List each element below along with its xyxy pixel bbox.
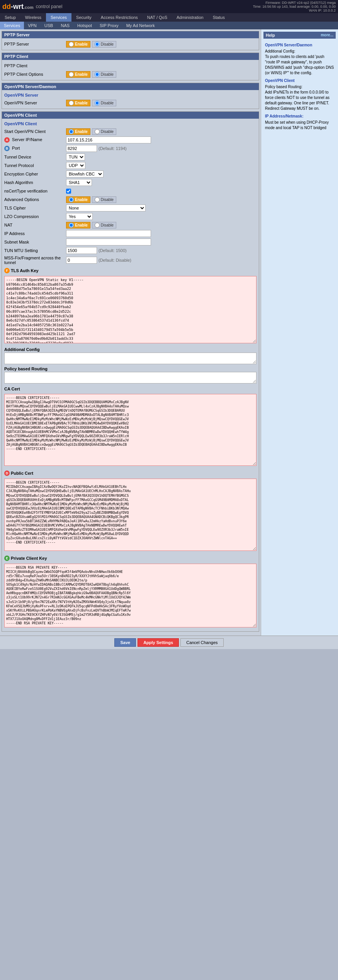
help-more-link[interactable]: more... xyxy=(321,33,333,37)
openvpn-daemon-body: OpenVPN Server OpenVPN Server Enable Dis… xyxy=(2,90,259,109)
lzo-compression-select[interactable]: Yes No Adaptive xyxy=(66,213,93,220)
pptp-server-header: PPTP Server xyxy=(2,31,259,38)
server-ip-row: A Server IP/Name xyxy=(4,136,256,144)
openvpn-daemon-section: OpenVPN Server/Daemon OpenVPN Server Ope… xyxy=(2,83,259,109)
nat-row: NAT Enable Disable xyxy=(4,221,256,229)
policy-routing-textarea[interactable] xyxy=(4,372,256,383)
public-cert-textarea[interactable] xyxy=(4,479,256,551)
nscerttype-checkbox[interactable] xyxy=(66,189,71,194)
pptp-server-disable-input[interactable] xyxy=(95,42,100,47)
nav-nat-qos[interactable]: NAT / QoS xyxy=(143,13,172,22)
tls-auth-key-textarea[interactable] xyxy=(4,276,256,343)
advanced-enable-radio[interactable]: Enable xyxy=(66,196,90,203)
pptp-client-enable-radio[interactable]: Enable xyxy=(66,71,90,78)
start-openvpn-enable-radio[interactable]: Enable xyxy=(66,128,90,135)
openvpn-server-enable-input[interactable] xyxy=(69,101,74,106)
ca-cert-textarea[interactable] xyxy=(4,394,256,466)
subnav-nas[interactable]: NAS xyxy=(57,22,73,29)
logo: dd-wrt.com xyxy=(2,3,34,11)
openvpn-daemon-subsection-link[interactable]: OpenVPN Server xyxy=(4,92,256,99)
tun-mtu-input[interactable] xyxy=(66,247,97,254)
mss-fix-label: MSS-Fix/Fragment across the tunnel xyxy=(4,256,66,265)
nat-disable-radio[interactable]: Disable xyxy=(92,222,116,228)
advanced-disable-radio[interactable]: Disable xyxy=(92,196,116,203)
tls-cipher-select[interactable]: None TLS-RSA-WITH-AES-128-CBC-SHA xyxy=(66,205,146,211)
pptp-server-label: PPTP Server xyxy=(4,42,66,46)
save-button[interactable]: Save xyxy=(114,638,136,647)
start-openvpn-disable-radio[interactable]: Disable xyxy=(92,128,116,135)
subnav-my-ad-network[interactable]: My Ad Network xyxy=(122,22,159,29)
hash-algorithm-select[interactable]: SHA1 MD5 SHA256 xyxy=(66,179,92,186)
top-bar: dd-wrt.com control panel Firmware: DD-WR… xyxy=(0,0,338,13)
help-ip-address-title: IP Address/Netmask: xyxy=(265,114,334,119)
nat-enable-radio[interactable]: Enable xyxy=(66,222,90,228)
nav-services[interactable]: Services xyxy=(46,13,71,22)
nav-status[interactable]: Status xyxy=(208,13,229,22)
mss-fix-value: (Default: Disable) xyxy=(66,257,256,264)
nav-administration[interactable]: Administration xyxy=(172,13,208,22)
pptp-client-row: PPTP Client xyxy=(4,61,256,70)
pptp-client-disable-radio[interactable]: Disable xyxy=(92,71,116,78)
additional-config-textarea[interactable] xyxy=(4,353,256,364)
tunnel-device-select[interactable]: TUN TAP xyxy=(66,153,85,160)
subnav-usb[interactable]: USB xyxy=(41,22,57,29)
openvpn-client-section: OpenVPN Client OpenVPN Client Start Open… xyxy=(2,111,259,632)
subnav-services[interactable]: Services xyxy=(0,22,24,29)
openvpn-server-disable-radio[interactable]: Disable xyxy=(92,100,116,106)
subnav-vpn[interactable]: VPN xyxy=(24,22,41,29)
ip-address-input[interactable] xyxy=(66,230,151,237)
nscerttype-label: nsCertType verification xyxy=(4,189,66,193)
openvpn-server-disable-input[interactable] xyxy=(95,101,100,106)
openvpn-server-enable-radio[interactable]: Enable xyxy=(66,100,90,106)
marker-f: F xyxy=(4,268,10,273)
private-key-textarea[interactable] xyxy=(4,564,256,627)
tunnel-protocol-row: Tunnel Protocol UDP TCP xyxy=(4,161,256,170)
openvpn-server-label: OpenVPN Server xyxy=(4,101,66,105)
start-openvpn-row: Start OpenVPN Client Enable Disable xyxy=(4,127,256,136)
apply-button[interactable]: Apply Settings xyxy=(138,638,179,647)
server-ip-input[interactable] xyxy=(66,136,151,143)
start-openvpn-disable-input[interactable] xyxy=(95,129,100,134)
subnav-hotspot[interactable]: Hotspot xyxy=(73,22,96,29)
pptp-client-enable-input[interactable] xyxy=(69,72,74,77)
openvpn-client-subsection-link[interactable]: OpenVPN Client xyxy=(4,120,256,127)
subnav-sip-proxy[interactable]: SIP Proxy xyxy=(96,22,122,29)
pptp-server-enable-radio[interactable]: Enable xyxy=(66,41,90,48)
encryption-cipher-value: Blowfish CBC AES-128 CBC AES-256 CBC xyxy=(66,170,256,177)
additional-config-section: Additional Config xyxy=(4,347,256,365)
mss-fix-input[interactable] xyxy=(66,257,97,264)
start-openvpn-disable-label: Disable xyxy=(101,130,114,134)
openvpn-server-row: OpenVPN Server Enable Disable xyxy=(4,99,256,107)
encryption-cipher-select[interactable]: Blowfish CBC AES-128 CBC AES-256 CBC xyxy=(66,170,104,177)
nav-wireless[interactable]: Wireless xyxy=(20,13,46,22)
pptp-server-enable-input[interactable] xyxy=(69,42,74,47)
nat-disable-input[interactable] xyxy=(95,223,100,228)
nat-enable-input[interactable] xyxy=(69,223,74,228)
private-key-header: E Private Client Key xyxy=(4,556,256,561)
private-key-section: E Private Client Key xyxy=(4,556,256,630)
advanced-disable-input[interactable] xyxy=(95,197,100,202)
cancel-button[interactable]: Cancel Changes xyxy=(180,638,223,647)
nav-access-restrictions[interactable]: Access Restrictions xyxy=(96,13,143,22)
tunnel-protocol-value: UDP TCP xyxy=(66,162,256,169)
time-info: Time: 16:56:56 up 143, load average: 0.0… xyxy=(253,5,336,9)
advanced-enable-label: Enable xyxy=(75,198,88,202)
pptp-server-disable-radio[interactable]: Disable xyxy=(92,41,116,48)
pptp-client-disable-input[interactable] xyxy=(95,72,100,77)
system-info: Firmware: DD-WRT v24-sp2 (04/07/12) mega… xyxy=(253,1,336,12)
tun-mtu-value: (Default: 1500) xyxy=(66,247,256,254)
firmware-info: Firmware: DD-WRT v24-sp2 (04/07/12) mega xyxy=(253,1,336,5)
advanced-enable-input[interactable] xyxy=(69,197,74,202)
nav-security[interactable]: Security xyxy=(71,13,96,22)
openvpn-server-disable-label: Disable xyxy=(101,101,114,105)
port-input[interactable] xyxy=(66,145,97,152)
tunnel-protocol-select[interactable]: UDP TCP xyxy=(66,162,85,169)
nav-setup[interactable]: Setup xyxy=(0,13,20,22)
subnet-mask-row: Subnet Mask xyxy=(4,238,256,246)
start-openvpn-enable-input[interactable] xyxy=(69,129,74,134)
public-cert-section: D Public Cert xyxy=(4,470,256,553)
advanced-options-row: Advanced Options Enable Disable xyxy=(4,195,256,204)
left-panel: PPTP Server PPTP Server Enable Disable xyxy=(0,29,261,636)
subnet-mask-input[interactable] xyxy=(66,239,151,245)
public-cert-header: D Public Cert xyxy=(4,470,256,476)
